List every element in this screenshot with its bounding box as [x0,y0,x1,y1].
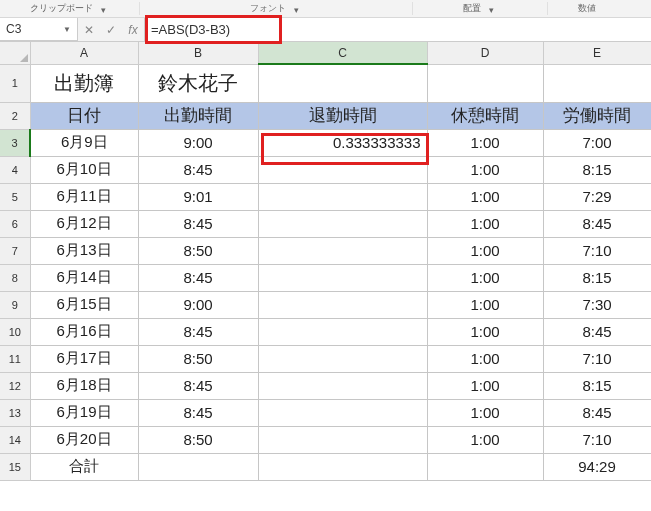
cell[interactable]: 6月13日 [30,237,138,264]
cell[interactable]: 8:50 [138,426,258,453]
row-header[interactable]: 6 [0,210,30,237]
cell[interactable]: 9:01 [138,183,258,210]
select-all-corner[interactable] [0,42,30,64]
chevron-down-icon[interactable]: ▾ [489,5,497,13]
col-header-e[interactable]: E [543,42,651,64]
cell[interactable] [427,64,543,102]
cancel-button[interactable]: ✕ [78,18,100,41]
cell[interactable]: 6月11日 [30,183,138,210]
cell[interactable]: 6月16日 [30,318,138,345]
cell[interactable]: 休憩時間 [427,102,543,129]
cell[interactable]: 8:45 [138,264,258,291]
worksheet[interactable]: A B C D E 1 出勤簿 鈴木花子 2 日付 出勤時間 退勤時間 休憩時間 [0,42,651,481]
chevron-down-icon[interactable]: ▾ [101,5,109,13]
cell[interactable]: 7:30 [543,291,651,318]
cell[interactable]: 6月19日 [30,399,138,426]
cell[interactable]: 8:45 [138,399,258,426]
cell[interactable] [258,183,427,210]
cell[interactable]: 出勤時間 [138,102,258,129]
cell[interactable]: 1:00 [427,345,543,372]
cell[interactable]: 1:00 [427,129,543,156]
fx-button[interactable]: fx [122,18,144,41]
cell[interactable]: 8:45 [138,210,258,237]
cell[interactable]: 6月14日 [30,264,138,291]
cell[interactable]: 6月17日 [30,345,138,372]
cell[interactable] [258,64,427,102]
cell[interactable] [258,318,427,345]
cell[interactable]: 6月12日 [30,210,138,237]
cell[interactable]: 7:00 [543,129,651,156]
row-header[interactable]: 13 [0,399,30,426]
cell[interactable] [138,453,258,480]
cell[interactable]: 6月10日 [30,156,138,183]
cell[interactable]: 出勤簿 [30,64,138,102]
cell[interactable]: 1:00 [427,237,543,264]
cell[interactable]: 8:45 [138,318,258,345]
cell[interactable]: 1:00 [427,318,543,345]
cell[interactable]: 8:45 [138,156,258,183]
row-header[interactable]: 15 [0,453,30,480]
cell[interactable]: 8:45 [543,210,651,237]
col-header-c[interactable]: C [258,42,427,64]
cell[interactable]: 6月18日 [30,372,138,399]
cell[interactable]: 1:00 [427,291,543,318]
cell[interactable]: 合計 [30,453,138,480]
row-header[interactable]: 5 [0,183,30,210]
col-header-b[interactable]: B [138,42,258,64]
cell[interactable]: 9:00 [138,291,258,318]
cell[interactable]: 退勤時間 [258,102,427,129]
cell[interactable] [258,210,427,237]
row-header[interactable]: 8 [0,264,30,291]
cell[interactable]: 1:00 [427,372,543,399]
cell[interactable]: 7:10 [543,345,651,372]
cell-selected[interactable]: 0.333333333 [258,129,427,156]
row-header[interactable]: 11 [0,345,30,372]
cell[interactable]: 8:15 [543,264,651,291]
enter-button[interactable]: ✓ [100,18,122,41]
cell[interactable]: 7:10 [543,426,651,453]
cell[interactable] [258,453,427,480]
cell[interactable]: 6月15日 [30,291,138,318]
cell[interactable]: 94:29 [543,453,651,480]
cell[interactable] [543,64,651,102]
cell[interactable]: 8:15 [543,372,651,399]
cell[interactable]: 7:10 [543,237,651,264]
row-header[interactable]: 12 [0,372,30,399]
name-box[interactable]: C3 ▼ [0,18,78,41]
cell[interactable] [258,237,427,264]
cell[interactable]: 8:45 [543,318,651,345]
cell[interactable]: 9:00 [138,129,258,156]
cell[interactable] [258,264,427,291]
cell[interactable]: 7:29 [543,183,651,210]
row-header[interactable]: 3 [0,129,30,156]
cell[interactable]: 8:45 [138,372,258,399]
cell[interactable] [258,291,427,318]
cell[interactable]: 6月9日 [30,129,138,156]
cell[interactable] [258,426,427,453]
chevron-down-icon[interactable]: ▼ [63,25,71,34]
row-header[interactable]: 10 [0,318,30,345]
cell[interactable]: 8:45 [543,399,651,426]
cell[interactable]: 労働時間 [543,102,651,129]
cell[interactable] [258,345,427,372]
chevron-down-icon[interactable]: ▾ [294,5,302,13]
cell[interactable]: 1:00 [427,426,543,453]
col-header-a[interactable]: A [30,42,138,64]
row-header[interactable]: 4 [0,156,30,183]
row-header[interactable]: 2 [0,102,30,129]
row-header[interactable]: 1 [0,64,30,102]
col-header-d[interactable]: D [427,42,543,64]
row-header[interactable]: 7 [0,237,30,264]
cell[interactable]: 日付 [30,102,138,129]
cell[interactable]: 1:00 [427,210,543,237]
row-header[interactable]: 9 [0,291,30,318]
cell[interactable]: 1:00 [427,399,543,426]
cell[interactable]: 1:00 [427,264,543,291]
formula-input[interactable]: =ABS(D3-B3) [145,18,651,41]
cell[interactable]: 8:50 [138,345,258,372]
cell[interactable]: 1:00 [427,183,543,210]
cell[interactable] [427,453,543,480]
row-header[interactable]: 14 [0,426,30,453]
cell[interactable] [258,156,427,183]
cell[interactable] [258,399,427,426]
